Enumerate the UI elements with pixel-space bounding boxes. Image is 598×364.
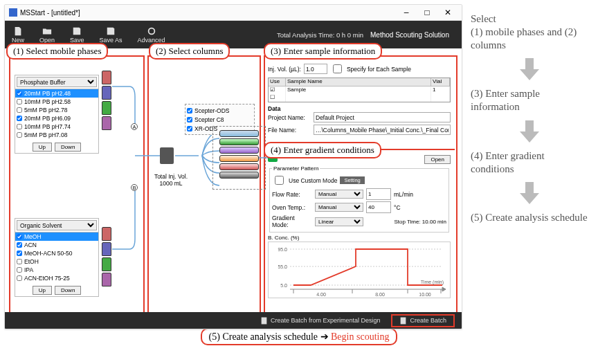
solvent-b-list[interactable]: MeOH ACN MeOH-ACN 50-50 EtOH IPA ACN-EtO… bbox=[15, 233, 98, 284]
column-check[interactable] bbox=[187, 117, 192, 122]
chart-ylabel: B. Conc. (%) bbox=[268, 235, 451, 241]
analysis-time-label: Total Analysis Time: 0 h 0 min bbox=[181, 31, 370, 39]
solvent-b-up-button[interactable]: Up bbox=[33, 286, 52, 295]
gradient-mode-select[interactable]: Linear bbox=[315, 217, 363, 226]
callout-1: (1) Select mobile phases bbox=[6, 43, 108, 60]
doc-icon bbox=[260, 317, 268, 325]
solvent-b-check[interactable] bbox=[17, 259, 22, 264]
app-icon bbox=[9, 8, 17, 17]
svg-text:8.00: 8.00 bbox=[375, 292, 385, 297]
solvent-a-check[interactable] bbox=[17, 99, 22, 104]
solvent-b-panel: Organic Solvent MeOH ACN MeOH-ACN 50-50 … bbox=[15, 218, 99, 297]
side-step-select: Select(1) mobile phases and (2) columns bbox=[471, 12, 588, 51]
filename-label: File Name: bbox=[268, 127, 311, 134]
project-input[interactable] bbox=[314, 112, 451, 122]
gradient-panel: Open Parameter Pattern Use Custom ModeSe… bbox=[268, 155, 451, 298]
advanced-button[interactable]: Advanced bbox=[138, 26, 165, 44]
solvent-b-check[interactable] bbox=[17, 275, 22, 281]
close-button[interactable]: ✕ bbox=[438, 6, 457, 19]
injector-icon[interactable] bbox=[160, 147, 174, 164]
new-button[interactable]: New bbox=[12, 26, 24, 44]
valve-a-icon: A bbox=[131, 123, 138, 130]
injvol-input[interactable] bbox=[304, 64, 327, 74]
setting-button[interactable]: Setting bbox=[340, 176, 364, 184]
gradient-open-button[interactable]: Open bbox=[424, 155, 451, 164]
custom-mode-checkbox[interactable] bbox=[275, 176, 284, 185]
callout-2: (2) Select columns bbox=[149, 43, 230, 60]
bottle-icon bbox=[102, 71, 111, 84]
th-name: Sample Name bbox=[286, 78, 431, 86]
bottles-b bbox=[102, 227, 111, 286]
open-button[interactable]: Open bbox=[39, 26, 55, 44]
bottle-icon bbox=[102, 101, 111, 115]
callout-4: (4) Enter gradient conditions bbox=[264, 142, 381, 158]
solvent-b-select[interactable]: Organic Solvent bbox=[17, 220, 97, 230]
bottle-icon bbox=[102, 86, 111, 100]
solvent-a-check[interactable] bbox=[17, 132, 22, 138]
solvent-b-check[interactable] bbox=[17, 267, 22, 273]
column-bay-frame bbox=[212, 126, 266, 190]
inj-label: Total Inj. Vol.1000 mL bbox=[150, 173, 192, 187]
injvol-label: Inj. Vol. (µL): bbox=[268, 66, 301, 73]
callout-3: (3) Enter sample information bbox=[264, 43, 382, 60]
svg-text:4.00: 4.00 bbox=[316, 292, 326, 297]
gradient-chart: 95.055.05.0 4.008.0010.00 Time (min) bbox=[268, 242, 451, 298]
specify-each-label: Specify for Each Sample bbox=[347, 66, 411, 73]
oven-temp-mode[interactable]: Manual bbox=[315, 203, 363, 212]
solvent-a-down-button[interactable]: Down bbox=[55, 143, 81, 152]
oven-temp-label: Oven Temp.: bbox=[272, 204, 312, 211]
solvent-a-check[interactable] bbox=[17, 124, 22, 129]
workarea: (1) Select mobile phases (2) Select colu… bbox=[5, 48, 462, 329]
bottombar: Create Batch from Experimental Design Cr… bbox=[5, 312, 462, 329]
bottles-a bbox=[102, 71, 111, 130]
maximize-button[interactable]: □ bbox=[417, 6, 437, 19]
data-section-label: Data bbox=[268, 105, 451, 112]
column-check[interactable] bbox=[187, 108, 192, 113]
sample-panel: Inj. Vol. (µL): Specify for Each Sample … bbox=[268, 62, 451, 137]
parameter-pattern-group: Parameter Pattern Use Custom ModeSetting… bbox=[269, 165, 449, 233]
save-button[interactable]: Save bbox=[70, 26, 84, 44]
window-buttons: – □ ✕ bbox=[397, 6, 457, 19]
svg-rect-0 bbox=[9, 8, 17, 17]
svg-text:95.0: 95.0 bbox=[278, 247, 287, 252]
solvent-a-list[interactable]: 20mM PB pH2.48 10mM PB pH2.58 5mM PB pH2… bbox=[15, 89, 98, 141]
arrow-down-icon bbox=[471, 55, 588, 83]
oven-temp-input[interactable] bbox=[366, 201, 391, 213]
brand-label: Method Scouting Solution bbox=[370, 31, 455, 39]
th-vial: Vial bbox=[431, 78, 450, 86]
svg-text:5.0: 5.0 bbox=[280, 283, 287, 288]
create-batch-experimental-button[interactable]: Create Batch from Experimental Design bbox=[253, 316, 388, 326]
solvent-a-check[interactable] bbox=[17, 107, 22, 113]
flow-rate-input[interactable] bbox=[366, 188, 391, 200]
bottle-icon bbox=[102, 242, 111, 256]
side-step-3: (3) Enter sample information bbox=[471, 87, 588, 113]
svg-text:Time (min): Time (min) bbox=[421, 280, 444, 285]
solvent-a-check[interactable] bbox=[17, 91, 22, 96]
solvent-b-check[interactable] bbox=[17, 242, 22, 248]
solvent-b-down-button[interactable]: Down bbox=[55, 286, 81, 295]
save-as-button[interactable]: Save As bbox=[100, 26, 123, 44]
svg-point-1 bbox=[148, 28, 154, 34]
solvent-a-check[interactable] bbox=[17, 116, 22, 121]
create-batch-button[interactable]: Create Batch bbox=[391, 314, 455, 327]
svg-rect-19 bbox=[401, 317, 406, 324]
solvent-b-check[interactable] bbox=[17, 234, 22, 239]
solvent-a-panel: Phosphate Buffer 20mM PB pH2.48 10mM PB … bbox=[15, 75, 99, 154]
bottom-caption: (5) Create analysis schedule ➔ Begin sco… bbox=[0, 328, 598, 345]
gradient-mode-label: Gradient Mode: bbox=[272, 215, 312, 228]
flow-rate-mode[interactable]: Manual bbox=[315, 190, 363, 199]
filename-input[interactable] bbox=[314, 125, 451, 135]
sample-table[interactable]: Use Sample Name Vial ☑ Sample 1 ☐ bbox=[268, 78, 451, 102]
solvent-a-up-button[interactable]: Up bbox=[33, 143, 52, 152]
specify-each-checkbox[interactable] bbox=[333, 64, 342, 73]
panel-frame-columns bbox=[147, 55, 261, 325]
minimize-button[interactable]: – bbox=[397, 6, 416, 19]
arrow-down-icon bbox=[471, 118, 588, 145]
solvent-a-select[interactable]: Phosphate Buffer bbox=[17, 77, 97, 87]
solvent-b-check[interactable] bbox=[17, 251, 22, 256]
column-check[interactable] bbox=[187, 126, 192, 131]
svg-marker-13 bbox=[442, 287, 446, 291]
side-step-5: (5) Create analysis schedule bbox=[471, 211, 588, 224]
project-label: Project Name: bbox=[268, 114, 311, 121]
side-guide: Select(1) mobile phases and (2) columns … bbox=[471, 4, 588, 329]
